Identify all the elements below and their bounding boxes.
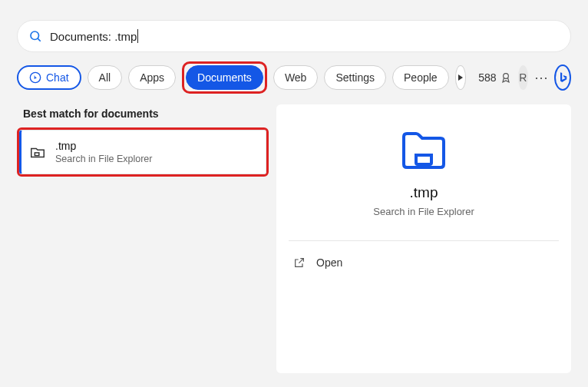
medal-icon: [500, 71, 512, 84]
svg-point-0: [31, 31, 39, 40]
preview-title: .tmp: [289, 184, 559, 201]
filter-apps-label: Apps: [140, 71, 164, 84]
filter-apps[interactable]: Apps: [128, 65, 176, 90]
results-panel: Best match for documents .tmp Search in …: [17, 104, 269, 373]
text-caret: [137, 29, 138, 43]
ellipsis-icon: ⋯: [534, 69, 548, 86]
bing-icon: [556, 71, 570, 84]
points-count: 588: [478, 71, 496, 84]
search-bar[interactable]: Documents: .tmp: [17, 20, 571, 52]
filter-documents-label: Documents: [197, 71, 252, 84]
result-title: .tmp: [55, 140, 152, 152]
result-subtitle: Search in File Explorer: [55, 154, 152, 164]
preview-panel: .tmp Search in File Explorer Open: [276, 104, 571, 373]
bing-chat-icon: [29, 71, 41, 84]
highlight-result: .tmp Search in File Explorer: [17, 127, 269, 177]
open-icon: [293, 256, 306, 269]
svg-point-3: [503, 74, 508, 79]
user-avatar[interactable]: R: [518, 65, 528, 90]
svg-line-7: [299, 259, 303, 263]
filter-people[interactable]: People: [392, 65, 449, 90]
filter-settings-label: Settings: [335, 71, 375, 84]
filter-chat-label: Chat: [46, 71, 69, 84]
filter-web-label: Web: [285, 71, 307, 84]
bing-button[interactable]: [554, 64, 571, 91]
svg-rect-4: [35, 153, 39, 156]
divider: [289, 240, 559, 241]
folder-search-icon: [29, 144, 46, 160]
search-input-value: Documents: .tmp: [50, 30, 137, 43]
preview-subtitle: Search in File Explorer: [289, 206, 559, 217]
action-open[interactable]: Open: [289, 249, 559, 276]
filter-people-label: People: [404, 71, 438, 84]
folder-icon: [399, 127, 448, 170]
avatar-initial: R: [519, 71, 527, 84]
filter-overflow-button[interactable]: [455, 65, 467, 90]
results-section-title: Best match for documents: [23, 108, 263, 120]
preview-icon-wrap: [289, 127, 559, 170]
more-button[interactable]: ⋯: [534, 69, 548, 86]
search-icon: [28, 29, 42, 43]
highlight-documents: Documents: [182, 61, 267, 94]
filter-chat[interactable]: Chat: [17, 65, 81, 90]
rewards-points[interactable]: 588: [478, 71, 511, 84]
filter-web[interactable]: Web: [273, 65, 319, 90]
action-open-label: Open: [316, 256, 342, 269]
filter-bar: Chat All Apps Documents Web Settings Peo…: [0, 61, 588, 104]
filter-documents[interactable]: Documents: [186, 65, 263, 90]
filter-all-label: All: [99, 71, 111, 84]
filter-all[interactable]: All: [88, 65, 123, 90]
filter-settings[interactable]: Settings: [324, 65, 386, 90]
play-icon: [457, 74, 464, 81]
result-item[interactable]: .tmp Search in File Explorer: [19, 130, 266, 174]
svg-line-1: [38, 38, 41, 41]
